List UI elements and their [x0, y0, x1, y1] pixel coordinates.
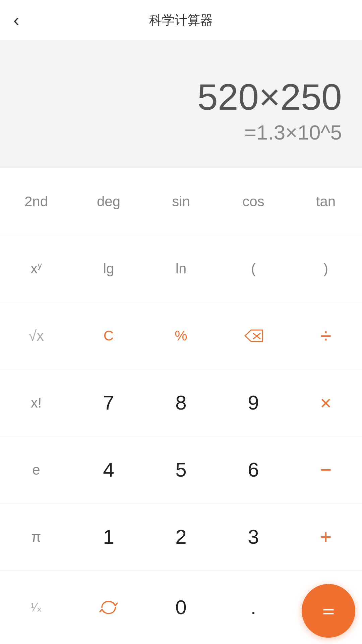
key-backspace[interactable]	[217, 302, 290, 369]
key-xy[interactable]: xy	[0, 235, 72, 302]
key-row-6: π 1 2 3 +	[0, 503, 362, 570]
key-2nd[interactable]: 2nd	[0, 168, 72, 235]
key-plus[interactable]: +	[290, 503, 362, 570]
equals-icon: ＝	[318, 601, 339, 621]
key-6[interactable]: 6	[217, 436, 290, 503]
key-row-3: √x C % ÷	[0, 302, 362, 369]
key-row-7: ¹⁄ₓ 0 . ＝	[0, 570, 362, 644]
sqrt-label: √x	[28, 327, 44, 344]
keypad: 2nd deg sin cos tan xy lg ln ( )	[0, 168, 362, 644]
key-pi[interactable]: π	[0, 503, 72, 570]
key-2[interactable]: 2	[145, 503, 217, 570]
key-8[interactable]: 8	[145, 369, 217, 436]
key-rotate[interactable]	[72, 571, 145, 644]
key-minus[interactable]: −	[290, 436, 362, 503]
key-divide[interactable]: ÷	[290, 302, 362, 369]
key-equals-container[interactable]: ＝	[290, 571, 362, 644]
key-sin[interactable]: sin	[145, 168, 217, 235]
key-4[interactable]: 4	[72, 436, 145, 503]
key-dot[interactable]: .	[217, 571, 290, 644]
back-button[interactable]: ‹	[13, 11, 19, 29]
rotate-icon	[99, 599, 119, 616]
backspace-icon	[244, 329, 263, 343]
key-clear[interactable]: C	[72, 302, 145, 369]
page-title: 科学计算器	[149, 12, 213, 29]
key-cos[interactable]: cos	[217, 168, 290, 235]
reciprocal-label: ¹⁄ₓ	[31, 600, 42, 614]
display-expression: 520×250	[197, 76, 342, 117]
key-3[interactable]: 3	[217, 503, 290, 570]
key-e[interactable]: e	[0, 436, 72, 503]
key-row-1: 2nd deg sin cos tan	[0, 168, 362, 235]
key-multiply[interactable]: ×	[290, 369, 362, 436]
key-5[interactable]: 5	[145, 436, 217, 503]
key-7[interactable]: 7	[72, 369, 145, 436]
key-ln[interactable]: ln	[145, 235, 217, 302]
header: ‹ 科学计算器	[0, 0, 362, 40]
xy-label: xy	[31, 260, 42, 277]
key-row-4: x! 7 8 9 ×	[0, 369, 362, 436]
key-reciprocal[interactable]: ¹⁄ₓ	[0, 571, 72, 644]
key-deg[interactable]: deg	[72, 168, 145, 235]
equals-button[interactable]: ＝	[302, 584, 355, 638]
key-percent[interactable]: %	[145, 302, 217, 369]
key-open-paren[interactable]: (	[217, 235, 290, 302]
key-9[interactable]: 9	[217, 369, 290, 436]
key-lg[interactable]: lg	[72, 235, 145, 302]
display-area: 520×250 =1.3×10^5	[0, 40, 362, 168]
key-row-2: xy lg ln ( )	[0, 235, 362, 302]
key-close-paren[interactable]: )	[290, 235, 362, 302]
key-sqrt[interactable]: √x	[0, 302, 72, 369]
key-factorial[interactable]: x!	[0, 369, 72, 436]
display-result: =1.3×10^5	[244, 120, 342, 144]
key-0[interactable]: 0	[145, 571, 217, 644]
key-1[interactable]: 1	[72, 503, 145, 570]
key-row-5: e 4 5 6 −	[0, 436, 362, 503]
key-tan[interactable]: tan	[290, 168, 362, 235]
